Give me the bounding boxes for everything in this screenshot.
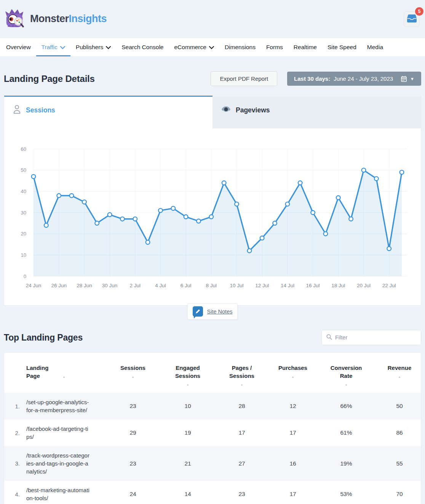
nav-item-site-speed[interactable]: Site Speed	[322, 38, 362, 56]
cell-purchases: 16	[272, 460, 314, 467]
cell-engaged-sessions: 21	[163, 460, 212, 467]
column-header-pages-sessions[interactable]: Pages / Sessions▲	[212, 364, 272, 387]
caret-down-icon: ▼	[410, 77, 414, 81]
row-rank: 3.	[4, 460, 22, 467]
svg-text:0: 0	[24, 274, 26, 279]
cell-sessions: 23	[102, 460, 163, 467]
landing-page-link[interactable]: /track-wordpress-categories-and-tags-in-…	[22, 451, 102, 475]
cell-conversion-rate: 19%	[314, 460, 378, 467]
rank-column-spacer	[4, 364, 22, 387]
svg-text:26 Jun: 26 Jun	[51, 283, 67, 288]
cell-purchases: 17	[272, 491, 314, 498]
cell-purchases: 17	[272, 429, 314, 436]
site-notes-link[interactable]: Site Notes	[207, 309, 233, 315]
svg-text:30: 30	[21, 210, 26, 216]
logo-text: MonsterInsights	[30, 13, 107, 25]
svg-text:28 Jun: 28 Jun	[77, 283, 92, 288]
site-notes-button[interactable]: Site Notes	[187, 303, 238, 320]
notification-count-badge: 5	[415, 7, 423, 16]
table-header-row: Landing Page▲ Sessions▲ Engaged Sessions…	[4, 353, 421, 393]
nav-item-media[interactable]: Media	[362, 38, 388, 56]
nav-item-dimensions[interactable]: Dimensions	[219, 38, 261, 56]
header: MonsterInsights 5	[0, 0, 425, 38]
cell-sessions: 23	[102, 403, 163, 410]
svg-text:14 Jul: 14 Jul	[281, 283, 294, 288]
nav-item-overview[interactable]: Overview	[1, 38, 36, 56]
chart-card: Sessions Pageviews 010203040506024 Jun26…	[4, 96, 421, 306]
sort-icon: ▲	[314, 382, 378, 387]
svg-text:2 Jul: 2 Jul	[130, 283, 141, 288]
svg-text:40: 40	[21, 189, 26, 194]
tab-pageviews[interactable]: Pageviews	[212, 96, 421, 128]
tab-sessions-label: Sessions	[26, 106, 55, 114]
nav-item-search-console[interactable]: Search Console	[116, 38, 169, 56]
svg-text:16 Jul: 16 Jul	[306, 283, 320, 288]
svg-text:50: 50	[21, 167, 26, 173]
svg-text:22 Jul: 22 Jul	[382, 283, 396, 288]
chevron-down-icon	[106, 46, 111, 49]
svg-text:12 Jul: 12 Jul	[255, 283, 269, 288]
cell-pages-sessions: 23	[212, 491, 272, 498]
date-range-button[interactable]: Last 30 days: June 24 - July 23, 2023 ▼	[287, 72, 421, 86]
column-header-landing-page[interactable]: Landing Page▲	[22, 364, 102, 387]
sort-icon: ▲	[62, 375, 66, 379]
nav-item-ecommerce[interactable]: eCommerce	[169, 38, 219, 56]
column-header-purchases[interactable]: Purchases▲	[272, 364, 314, 387]
filter-input[interactable]	[335, 334, 416, 341]
filter-box	[321, 330, 421, 345]
svg-text:20 Jul: 20 Jul	[357, 283, 371, 288]
svg-text:30 Jun: 30 Jun	[102, 283, 118, 288]
nav-item-forms[interactable]: Forms	[261, 38, 288, 56]
tab-sessions[interactable]: Sessions	[4, 96, 212, 128]
landing-page-link[interactable]: /set-up-google-analytics-for-a-memberpre…	[22, 398, 102, 414]
sort-icon: ▲	[272, 375, 314, 379]
cell-engaged-sessions: 10	[163, 403, 212, 410]
nav-item-realtime[interactable]: Realtime	[288, 38, 322, 56]
table-row: 3. /track-wordpress-categories-and-tags-…	[4, 446, 421, 481]
column-header-engaged-sessions[interactable]: Engaged Sessions▲	[163, 364, 212, 387]
landing-pages-table: Landing Page▲ Sessions▲ Engaged Sessions…	[4, 352, 421, 504]
cell-engaged-sessions: 14	[163, 491, 212, 498]
sort-icon: ▲	[212, 382, 272, 387]
column-header-sessions[interactable]: Sessions▲	[102, 364, 163, 387]
table-row: 2. /facebook-ad-targeting-tips/ 29 19 17…	[4, 419, 421, 446]
chart-tabs: Sessions Pageviews	[4, 96, 421, 128]
svg-text:4 Jul: 4 Jul	[155, 283, 166, 288]
cell-conversion-rate: 53%	[314, 491, 378, 498]
table-row: 1. /set-up-google-analytics-for-a-member…	[4, 393, 421, 419]
sort-icon: ▲	[163, 382, 212, 387]
chevron-down-icon	[60, 46, 65, 49]
cell-engaged-sessions: 19	[163, 429, 212, 436]
calendar-icon	[401, 76, 407, 82]
svg-text:6 Jul: 6 Jul	[181, 283, 192, 288]
nav-item-publishers[interactable]: Publishers	[70, 38, 116, 56]
cell-revenue: 86	[378, 429, 421, 436]
cell-purchases: 12	[272, 403, 314, 410]
svg-text:10 Jul: 10 Jul	[230, 283, 243, 288]
monster-mascot-icon	[4, 8, 26, 30]
landing-page-link[interactable]: /facebook-ad-targeting-tips/	[22, 425, 102, 441]
monsterinsights-logo: MonsterInsights	[4, 8, 107, 30]
cell-pages-sessions: 28	[212, 403, 272, 410]
date-range-value: June 24 - July 23, 2023	[334, 75, 393, 82]
top-landing-pages-header: Top Landing Pages	[4, 330, 421, 345]
page-header: Landing Page Details Export PDF Report L…	[4, 71, 421, 86]
page-title: Landing Page Details	[4, 74, 211, 84]
table-row: 4. /best-marketing-automation-tools/ 24 …	[4, 481, 421, 504]
row-rank: 4.	[4, 491, 22, 498]
cell-revenue: 55	[378, 460, 421, 467]
cell-conversion-rate: 66%	[314, 403, 378, 410]
cell-sessions: 29	[102, 429, 163, 436]
svg-text:18 Jul: 18 Jul	[331, 283, 345, 288]
column-header-conversion-rate[interactable]: Conversion Rate▲	[314, 364, 378, 387]
landing-page-link[interactable]: /best-marketing-automation-tools/	[22, 486, 102, 502]
notifications-inbox-button[interactable]: 5	[404, 11, 420, 27]
cell-revenue: 50	[378, 403, 421, 410]
nav-item-traffic[interactable]: Traffic	[36, 38, 70, 56]
svg-text:10: 10	[21, 252, 26, 258]
export-pdf-button[interactable]: Export PDF Report	[211, 71, 277, 86]
column-header-revenue[interactable]: Revenue▲	[378, 364, 421, 387]
person-icon	[13, 105, 21, 115]
sort-icon: ▲	[102, 375, 163, 379]
cell-pages-sessions: 17	[212, 429, 272, 436]
